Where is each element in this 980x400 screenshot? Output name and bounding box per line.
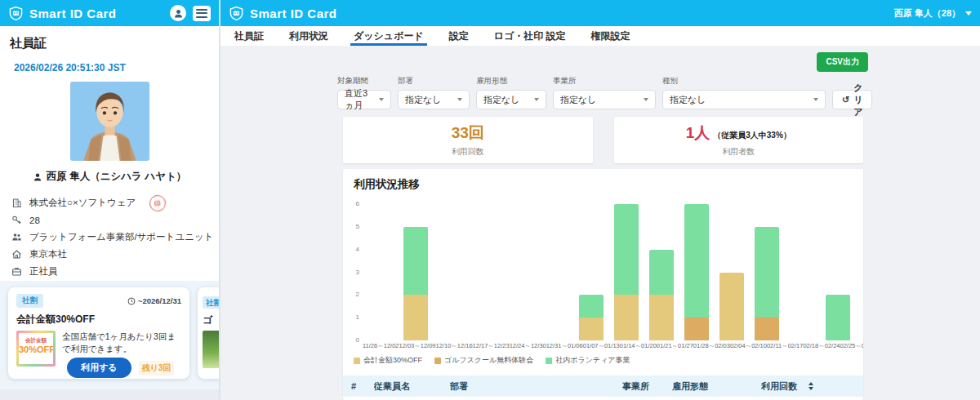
stacked-bar bbox=[614, 204, 639, 340]
chevron-down-icon bbox=[644, 98, 648, 101]
user-circle-icon[interactable] bbox=[170, 5, 186, 21]
employee-info-list: 株式会社○×ソフトウェア 印 28 プラットフォーム事業部/サポートユニット 東… bbox=[11, 194, 219, 280]
stacked-bar bbox=[403, 227, 428, 340]
app-title: Smart ID Card bbox=[29, 7, 117, 20]
info-row-office: 東京本社 bbox=[11, 246, 219, 263]
chart-y-axis: 0123456 bbox=[350, 204, 363, 340]
main-panel: Smart ID Card 西原 隼人（28） 社員証 利用状況 ダッシュボード… bbox=[220, 0, 980, 400]
filter-type: 種別 指定なし bbox=[662, 76, 826, 109]
coupon-image-discount: 30%OFF bbox=[19, 344, 53, 354]
bar-slot bbox=[538, 204, 573, 340]
department-select[interactable]: 指定なし bbox=[398, 90, 470, 109]
x-tick-label: 02/25～02/28 bbox=[840, 342, 863, 350]
coupon-carousel[interactable]: 社割 ~2026/12/31 会計金額30%OFF 会計金額 30%OFF 全国… bbox=[0, 281, 219, 389]
tab-permission-settings[interactable]: 権限設定 bbox=[590, 26, 632, 46]
red-seal-stamp: 印 bbox=[148, 193, 167, 213]
user-count-value: 1人 bbox=[686, 122, 710, 144]
employment-type-select[interactable]: 指定なし bbox=[476, 90, 546, 109]
bar-slot bbox=[644, 204, 679, 340]
col-employment-type: 雇用形態 bbox=[672, 380, 761, 393]
x-tick-label: 12/17～12/23 bbox=[473, 342, 510, 350]
office: 東京本社 bbox=[29, 248, 67, 260]
employee-photo bbox=[70, 82, 149, 161]
app-title: Smart ID Card bbox=[250, 7, 337, 20]
clear-filters-button[interactable]: ↺ クリア bbox=[832, 90, 872, 109]
employment-type: 正社員 bbox=[29, 265, 58, 278]
filter-employment-type: 雇用形態 指定なし bbox=[476, 76, 546, 109]
x-tick-label: 01/14～01/20 bbox=[620, 342, 657, 350]
legend-label: 会計金額30%OFF bbox=[363, 355, 422, 366]
bar-slot bbox=[820, 204, 855, 340]
info-row-employee-no: 28 bbox=[11, 211, 219, 229]
x-tick-label: 12/31～01/06 bbox=[546, 342, 583, 350]
usage-count-label: 利用回数 bbox=[452, 146, 484, 158]
filter-label: 種別 bbox=[662, 76, 826, 87]
bar-segment bbox=[403, 295, 428, 340]
filter-period: 対象期間 直近3ヵ月 bbox=[337, 76, 391, 109]
bar-segment bbox=[579, 318, 604, 340]
period-select[interactable]: 直近3ヵ月 bbox=[337, 90, 391, 109]
tab-employee-card[interactable]: 社員証 bbox=[233, 26, 265, 46]
bar-slot bbox=[609, 204, 644, 340]
person-icon bbox=[33, 172, 42, 182]
bar-segment bbox=[614, 295, 639, 340]
office-select[interactable]: 指定なし bbox=[553, 90, 656, 109]
building-icon bbox=[11, 198, 22, 208]
sort-icon[interactable] bbox=[808, 382, 813, 390]
home-icon bbox=[11, 249, 22, 260]
tab-dashboard[interactable]: ダッシュボード bbox=[352, 26, 425, 46]
x-tick-label: 12/24～12/30 bbox=[510, 342, 546, 350]
hamburger-menu-icon[interactable] bbox=[193, 6, 211, 21]
nav-tabs: 社員証 利用状況 ダッシュボード 設定 ロゴ・社印 設定 権限設定 bbox=[220, 26, 980, 46]
usage-trend-card: 利用状況推移 0123456 11/26～12/0212/03～12/0912/… bbox=[343, 169, 863, 400]
stat-cards: 33回 利用回数 1人 （従業員3人中33%） 利用者数 bbox=[343, 117, 863, 163]
chevron-down-icon bbox=[379, 98, 384, 101]
bar-slot bbox=[573, 204, 608, 340]
chevron-down-icon bbox=[534, 98, 539, 101]
csv-export-button[interactable]: CSV出力 bbox=[817, 52, 868, 72]
stacked-bar bbox=[684, 204, 709, 340]
user-count-suffix: （従業員3人中33%） bbox=[713, 130, 791, 141]
coupon-image-text: 会計金額 bbox=[19, 337, 53, 344]
department: プラットフォーム事業部/サポートユニット bbox=[29, 231, 213, 243]
legend-swatch-icon bbox=[434, 358, 441, 364]
bar-slot bbox=[715, 204, 750, 340]
legend-label: ゴルフスクール無料体験会 bbox=[444, 355, 533, 366]
dashboard-body: CSV出力 対象期間 直近3ヵ月 部署 指定なし 雇用形態 指定なし 事業所 指… bbox=[220, 46, 980, 400]
stat-card-user-count: 1人 （従業員3人中33%） 利用者数 bbox=[614, 117, 864, 163]
timestamp: 2026/02/26 20:51:30 JST bbox=[14, 62, 219, 73]
y-tick-label: 6 bbox=[356, 201, 359, 207]
company-name: 株式会社○×ソフトウェア bbox=[29, 197, 136, 209]
tab-settings[interactable]: 設定 bbox=[448, 26, 470, 46]
info-row-department: プラットフォーム事業部/サポートユニット bbox=[11, 229, 219, 246]
legend-swatch-icon bbox=[546, 358, 552, 364]
type-select[interactable]: 指定なし bbox=[662, 90, 826, 109]
bar-segment bbox=[614, 204, 639, 295]
tab-logo-seal-settings[interactable]: ロゴ・社印 設定 bbox=[492, 26, 568, 46]
filter-label: 事業所 bbox=[553, 76, 656, 87]
info-row-company: 株式会社○×ソフトウェア 印 bbox=[11, 194, 219, 211]
filter-label: 部署 bbox=[398, 76, 470, 87]
y-tick-label: 0 bbox=[356, 337, 359, 344]
use-coupon-button[interactable]: 利用する bbox=[67, 358, 131, 378]
user-menu[interactable]: 西原 隼人（28） bbox=[894, 7, 972, 20]
legend-label: 社内ボランティア事業 bbox=[555, 355, 630, 366]
filter-label: 雇用形態 bbox=[476, 76, 546, 87]
bar-segment bbox=[649, 295, 674, 340]
team-icon bbox=[11, 232, 22, 242]
bar-segment bbox=[719, 273, 744, 341]
filter-office: 事業所 指定なし bbox=[553, 76, 656, 109]
chevron-down-icon bbox=[813, 98, 818, 101]
bar-segment bbox=[403, 227, 428, 296]
coupon-image: 会計金額 30%OFF bbox=[16, 331, 56, 367]
usage-count-value: 33回 bbox=[452, 122, 484, 144]
bar-segment bbox=[755, 318, 779, 340]
col-department: 部署 bbox=[450, 380, 622, 393]
stacked-bar bbox=[826, 295, 850, 340]
tab-usage[interactable]: 利用状況 bbox=[287, 26, 330, 46]
bar-segment bbox=[826, 295, 850, 340]
bar-slot bbox=[503, 204, 538, 340]
chart-plot bbox=[363, 204, 855, 340]
stacked-bar-chart: 0123456 bbox=[350, 204, 855, 340]
x-tick-label: 12/10～12/16 bbox=[436, 342, 473, 350]
